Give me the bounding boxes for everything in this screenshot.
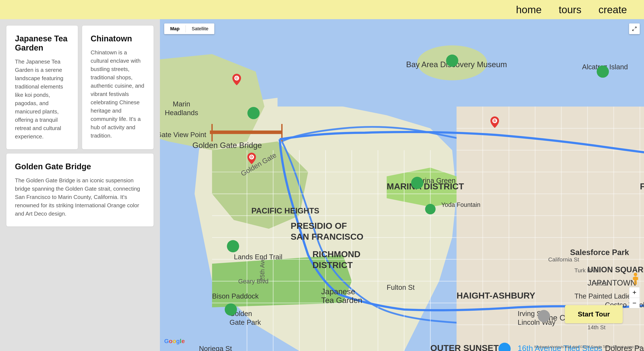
start-tour-button[interactable]: Start Tour bbox=[565, 305, 623, 323]
card-title-golden-gate-bridge: Golden Gate Bridge bbox=[15, 162, 145, 171]
svg-rect-126 bbox=[634, 281, 635, 285]
svg-rect-127 bbox=[636, 281, 637, 285]
card-japanese-tea-garden: Japanese Tea Garden The Japanese Tea Gar… bbox=[6, 26, 78, 149]
zoom-in-button[interactable]: + bbox=[629, 287, 640, 298]
svg-point-106 bbox=[227, 240, 239, 252]
map-type-satellite-button[interactable]: Satellite bbox=[186, 24, 214, 34]
fullscreen-button[interactable] bbox=[629, 24, 640, 34]
street-view-person[interactable] bbox=[631, 272, 640, 287]
card-desc-golden-gate-bridge: The Golden Gate Bridge is an iconic susp… bbox=[15, 176, 145, 218]
svg-point-103 bbox=[597, 66, 609, 78]
nav: home tours create bbox=[516, 4, 627, 16]
card-golden-gate-bridge: Golden Gate Bridge The Golden Gate Bridg… bbox=[6, 154, 154, 226]
svg-text:OUTER SUNSET: OUTER SUNSET bbox=[430, 343, 499, 351]
svg-text:Lincoln Way: Lincoln Way bbox=[518, 318, 556, 326]
svg-text:Lands End Trail: Lands End Trail bbox=[234, 253, 282, 261]
main: Japanese Tea Garden The Japanese Tea Gar… bbox=[0, 19, 644, 351]
zoom-out-button[interactable]: − bbox=[629, 298, 640, 308]
svg-text:HAIGHT-ASHBURY: HAIGHT-ASHBURY bbox=[456, 291, 535, 300]
svg-text:B: B bbox=[494, 119, 496, 122]
svg-rect-46 bbox=[210, 130, 282, 134]
svg-rect-125 bbox=[636, 277, 638, 280]
nav-home[interactable]: home bbox=[516, 4, 542, 16]
header: home tours create bbox=[0, 0, 644, 19]
card-chinatown: Chinatown Chinatown is a cultural enclav… bbox=[82, 26, 154, 149]
svg-text:Turk Blvd: Turk Blvd bbox=[574, 267, 598, 274]
map-type-control: Map Satellite bbox=[164, 24, 214, 34]
svg-text:C: C bbox=[236, 76, 238, 80]
marker-b[interactable]: B bbox=[490, 116, 500, 128]
svg-text:Fulton St: Fulton St bbox=[386, 284, 414, 291]
svg-text:Golden Gate Bridge: Golden Gate Bridge bbox=[192, 141, 262, 150]
svg-rect-124 bbox=[633, 277, 634, 280]
svg-point-102 bbox=[446, 54, 458, 67]
map-attribution: Keyboard shortcuts Map data ©2024 Google… bbox=[534, 345, 642, 349]
svg-text:SAN FRANCISCO: SAN FRANCISCO bbox=[291, 232, 363, 242]
svg-text:Noriega St: Noriega St bbox=[199, 344, 232, 351]
zoom-controls: + − bbox=[629, 287, 640, 308]
svg-text:FISHERMAN'S WHARF: FISHERMAN'S WHARF bbox=[640, 182, 644, 191]
svg-point-115 bbox=[538, 310, 550, 322]
svg-line-0 bbox=[635, 27, 636, 28]
card-title-japanese-tea-garden: Japanese Tea Garden bbox=[15, 34, 69, 52]
nav-create[interactable]: create bbox=[598, 4, 627, 16]
svg-point-105 bbox=[411, 177, 423, 189]
marker-c[interactable]: C bbox=[232, 74, 242, 85]
marker-d[interactable]: D bbox=[247, 153, 256, 164]
map-panel: Map Satellite bbox=[160, 19, 644, 351]
svg-text:Yoda Fountain: Yoda Fountain bbox=[441, 201, 480, 208]
svg-text:PRESIDIO OF: PRESIDIO OF bbox=[291, 221, 347, 231]
svg-text:Tea Garden: Tea Garden bbox=[321, 296, 362, 305]
map-type-map-button[interactable]: Map bbox=[164, 24, 186, 34]
svg-point-107 bbox=[225, 304, 237, 316]
google-logo: Google bbox=[164, 338, 185, 344]
svg-text:D: D bbox=[250, 155, 253, 159]
svg-text:Gate Park: Gate Park bbox=[230, 318, 261, 326]
svg-text:Japanese: Japanese bbox=[321, 287, 355, 296]
card-title-chinatown: Chinatown bbox=[91, 34, 145, 43]
location-cards-panel: Japanese Tea Garden The Japanese Tea Gar… bbox=[0, 19, 160, 351]
svg-point-104 bbox=[247, 107, 260, 119]
svg-text:14th St: 14th St bbox=[588, 324, 606, 330]
svg-text:Bison Paddock: Bison Paddock bbox=[212, 292, 259, 300]
card-desc-japanese-tea-garden: The Japanese Tea Garden is a serene land… bbox=[15, 58, 69, 141]
svg-text:DISTRICT: DISTRICT bbox=[312, 260, 353, 270]
card-desc-chinatown: Chinatown is a cultural enclave with bus… bbox=[91, 48, 145, 140]
svg-line-1 bbox=[632, 29, 634, 31]
svg-point-100 bbox=[425, 204, 436, 214]
svg-text:RICHMOND: RICHMOND bbox=[312, 249, 360, 259]
svg-text:Salesforce Park: Salesforce Park bbox=[570, 248, 629, 257]
svg-point-122 bbox=[634, 273, 637, 276]
svg-text:25th Ave: 25th Ave bbox=[259, 258, 266, 281]
svg-text:Marin: Marin bbox=[173, 100, 190, 108]
svg-text:California St: California St bbox=[548, 256, 580, 263]
svg-text:The Painted Ladies: The Painted Ladies bbox=[574, 292, 634, 300]
nav-tours[interactable]: tours bbox=[559, 4, 582, 16]
svg-text:en Gate View Point: en Gate View Point bbox=[160, 131, 206, 138]
svg-text:Headlands: Headlands bbox=[165, 109, 198, 117]
svg-text:PACIFIC HEIGHTS: PACIFIC HEIGHTS bbox=[252, 206, 320, 215]
svg-text:Fell St: Fell St bbox=[592, 280, 608, 287]
